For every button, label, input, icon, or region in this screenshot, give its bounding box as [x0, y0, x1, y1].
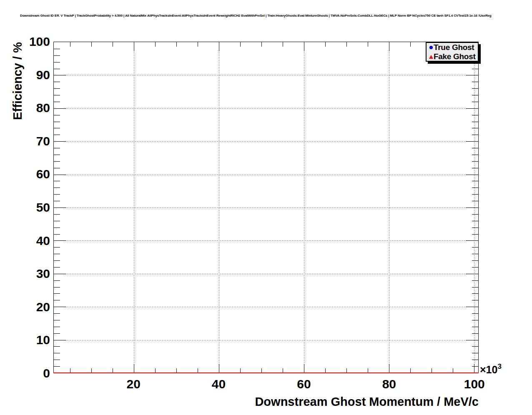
y-tick-label: 10: [0, 333, 50, 347]
y-minor-tick: [472, 69, 478, 69]
y-minor-tick: [472, 102, 478, 102]
legend-marker-wrap: [429, 46, 434, 49]
y-minor-tick: [54, 49, 60, 49]
y-minor-tick: [472, 155, 478, 155]
y-minor-tick: [54, 234, 60, 235]
y-minor-tick: [54, 353, 60, 353]
legend-row-true-ghost: True Ghost: [427, 43, 478, 52]
y-minor-tick: [54, 188, 60, 188]
y-minor-tick: [54, 287, 60, 288]
y-minor-tick: [472, 320, 478, 320]
y-gridline: [54, 75, 478, 75]
y-major-tick: [466, 108, 478, 109]
y-minor-tick: [472, 88, 478, 89]
fake-ghost-triangle-icon: [429, 55, 433, 59]
y-gridline: [54, 307, 478, 307]
x-major-tick: [134, 364, 134, 373]
plot-frame: [53, 42, 479, 373]
x-tick-label: 100: [454, 378, 495, 391]
y-gridline: [54, 141, 478, 142]
y-minor-tick: [472, 221, 478, 221]
y-minor-tick: [54, 293, 60, 294]
y-minor-tick: [54, 55, 60, 56]
y-minor-tick: [54, 327, 60, 327]
y-minor-tick: [54, 228, 60, 228]
y-minor-tick: [472, 128, 478, 128]
x-tick-label: 40: [198, 378, 240, 391]
y-tick-label: 80: [0, 101, 50, 115]
y-minor-tick: [472, 135, 478, 135]
x-minor-tick: [283, 42, 283, 47]
x-minor-tick: [113, 42, 113, 47]
y-minor-tick: [54, 346, 60, 347]
y-major-tick: [54, 340, 66, 340]
y-tick-label: 70: [0, 135, 50, 148]
x-major-tick: [304, 42, 304, 51]
y-major-tick: [466, 307, 478, 307]
y-minor-tick: [472, 214, 478, 215]
y-minor-tick: [472, 353, 478, 353]
y-tick-label: 20: [0, 300, 50, 314]
x-minor-tick: [240, 42, 241, 47]
y-minor-tick: [54, 181, 60, 181]
y-minor-tick: [472, 161, 478, 162]
y-minor-tick: [54, 135, 60, 135]
y-minor-tick: [54, 280, 60, 281]
x-minor-tick: [410, 42, 411, 47]
y-major-tick: [466, 75, 478, 75]
x-minor-tick: [91, 42, 92, 47]
y-minor-tick: [472, 95, 478, 95]
x-minor-tick: [346, 42, 347, 47]
y-minor-tick: [472, 260, 478, 261]
y-minor-tick: [54, 155, 60, 155]
y-minor-tick: [472, 194, 478, 195]
y-minor-tick: [54, 247, 60, 248]
y-minor-tick: [54, 62, 60, 62]
x-major-tick: [389, 364, 389, 373]
y-major-tick: [466, 240, 478, 241]
y-minor-tick: [472, 360, 478, 360]
x-major-tick: [304, 364, 304, 373]
true-ghost-circle-icon: [429, 46, 433, 49]
y-minor-tick: [54, 300, 60, 300]
y-gridline: [54, 175, 478, 175]
x-minor-tick: [261, 42, 262, 47]
x-tick-label: 20: [113, 378, 154, 391]
y-minor-tick: [472, 346, 478, 347]
y-major-tick: [54, 141, 66, 142]
x-axis-title: Downstream Ghost Momentum / MeV/c: [255, 395, 479, 409]
y-minor-tick: [54, 115, 60, 115]
x-minor-tick: [155, 42, 156, 47]
y-minor-tick: [54, 313, 60, 314]
y-major-tick: [54, 307, 66, 307]
y-minor-tick: [472, 188, 478, 188]
y-minor-tick: [472, 366, 478, 367]
y-minor-tick: [472, 293, 478, 294]
y-minor-tick: [472, 327, 478, 327]
y-minor-tick: [54, 168, 60, 168]
y-minor-tick: [472, 62, 478, 62]
y-minor-tick: [472, 267, 478, 268]
y-tick-label: 30: [0, 267, 50, 280]
y-minor-tick: [472, 247, 478, 248]
exponent-base: ×10: [480, 364, 497, 375]
y-minor-tick: [472, 300, 478, 300]
y-minor-tick: [54, 102, 60, 102]
y-minor-tick: [472, 181, 478, 181]
y-major-tick: [466, 175, 478, 175]
y-minor-tick: [472, 115, 478, 115]
y-tick-label: 90: [0, 68, 50, 82]
fake-ghost-zero-line: [53, 372, 479, 373]
y-minor-tick: [472, 82, 478, 82]
y-tick-label: 0: [0, 367, 50, 380]
y-minor-tick: [54, 366, 60, 367]
exponent-power: 3: [497, 362, 501, 370]
y-tick-label: 60: [0, 168, 50, 181]
y-minor-tick: [54, 148, 60, 148]
y-tick-label: 40: [0, 234, 50, 248]
y-minor-tick: [54, 201, 60, 201]
legend-marker-wrap: [429, 55, 434, 59]
y-major-tick: [54, 208, 66, 208]
y-minor-tick: [472, 168, 478, 168]
y-major-tick: [54, 274, 66, 274]
